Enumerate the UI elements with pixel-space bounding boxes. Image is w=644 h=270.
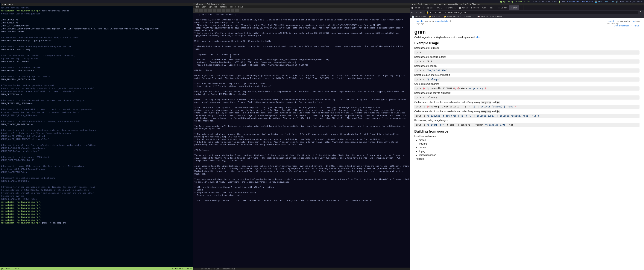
terminal-title: Alacritty [1, 3, 193, 6]
browser-tab[interactable]: Hugo [480, 6, 488, 10]
new-file-icon[interactable] [195, 9, 198, 12]
emacs-menu-item[interactable]: Buffers [220, 6, 228, 8]
emacs-menu-item[interactable]: Edit [202, 6, 206, 8]
save-icon[interactable] [213, 9, 216, 12]
example-p2: Screenshoot a specific output: [414, 56, 640, 58]
dep-item: pixman [419, 146, 640, 149]
browser-tab[interactable]: New T [488, 6, 497, 10]
emacs-buffer[interactable]: | | $3,733.71 | *<Grand Total>* | This c… [194, 13, 410, 267]
emacs-menu-item[interactable]: File [195, 6, 200, 8]
emacs-toolbar[interactable] [194, 8, 410, 13]
bookmark-item[interactable]: 📁 Home Servers [444, 16, 461, 18]
browser-tab[interactable]: ❋ grim [509, 6, 519, 10]
example-p9: Pick a color, using ImageMagick: [414, 119, 640, 122]
emacs-window[interactable]: index.md - GNU Emacs at dom FileEditOpti… [194, 3, 410, 270]
buffer-text[interactable]: | | $3,733.71 | *<Grand Total>* | This c… [194, 13, 409, 202]
cpu1: ☉ 0% [539, 1, 544, 3]
search-icon[interactable] [235, 9, 239, 12]
code-block-6[interactable]: grim - | wl-copy [414, 95, 640, 100]
install-deps-text: Install dependencies: [414, 135, 640, 138]
open-file-icon[interactable] [200, 9, 203, 12]
browser-tab[interactable]: ● Recon [469, 6, 480, 10]
emacs-modeline: -:--- index.md 34% L38 (Fundamental) [194, 267, 410, 270]
code-block-5[interactable]: grim $(xdg-user-dir PICTURES)/$(date +'%… [414, 86, 640, 91]
browser-tab[interactable]: ❋ (1) Dis [422, 6, 435, 10]
terminal-content[interactable]: options nct6683 force=1 marcusb@dom ~/co… [1, 6, 193, 224]
code-block-3[interactable]: grim -g "10,20 300x400" [414, 68, 640, 73]
activity-user-right[interactable]: ~emersion [606, 20, 616, 22]
code-block-4[interactable]: grim -g "$(slurp)" [414, 77, 640, 82]
undo-icon[interactable] [217, 9, 221, 12]
top-status-bar: ⬤ system up to date ☀ 33°C ☉ 0% ☉ 0% ☉ 0… [498, 0, 644, 3]
reload-button[interactable]: ⟳ [420, 11, 423, 14]
browser-tab[interactable]: ⬤ dm-cr [410, 6, 422, 10]
firefox-tabstrip[interactable]: ⬤ dm-cr❋ (1) DisRFC 2❋ Initial⬤ Nicke● R… [410, 6, 644, 10]
example-p3: Screenshoot a region: [414, 65, 640, 67]
dep-item: meson [419, 139, 640, 141]
code-block-1[interactable]: grim [414, 50, 640, 55]
bookmark-item[interactable]: ↗ ArchWiki [464, 16, 475, 18]
firefox-titlebar: grim: Grab images from a Wayland composi… [410, 3, 644, 6]
dep-item: libpng [419, 150, 640, 153]
paste-icon[interactable] [231, 9, 234, 12]
activity-time-right: 3 months ago [606, 22, 640, 25]
url-text[interactable]: https://sr.ht/~emersion/grim/ [430, 11, 466, 14]
code-block-9[interactable]: grim -g "$(slurp -p)" -t ppm - | convert… [414, 123, 640, 127]
network: ↕ 4960B 1688 via enp7s0 [567, 1, 593, 3]
back-button[interactable]: ← [411, 11, 414, 14]
firefox-window[interactable]: grim: Grab images from a Wayland composi… [410, 3, 644, 270]
disk: 💾 root: 05% free [595, 1, 614, 3]
activity-time-left: 7 days ago [414, 22, 451, 25]
close-icon[interactable] [208, 9, 212, 12]
activity-repo[interactable]: ~emersion/grim [434, 20, 448, 22]
copy-icon[interactable] [226, 9, 230, 12]
dep-item: libjpeg (optional) [419, 154, 640, 156]
tmux-status-bar: [0] 0:sh- 1:zsh* "L2" 09:36 07-Jan-24 [0, 267, 194, 270]
system-status: ⬤ system up to date [500, 1, 522, 3]
emacs-menu-item[interactable]: Options [209, 6, 217, 8]
folder-icon[interactable] [204, 9, 207, 12]
cpu2: ☉ 0% [546, 1, 550, 3]
code-block-8[interactable]: grim -g "$(swaymsg -t get_tree | jq -j '… [414, 114, 640, 118]
bookmark-item[interactable]: 📖 Kindle Cloud Reader [478, 16, 502, 18]
page-title: grim [414, 29, 640, 35]
bookmark-item[interactable]: 📄 Tech Notes [412, 16, 426, 18]
menu-button[interactable]: ☰ [640, 11, 642, 14]
example-p6: Screenshoot and copy to clipboard: [414, 92, 640, 94]
emacs-menu-item[interactable]: Help [238, 6, 243, 8]
bookmarks-bar[interactable]: 📄 Tech Notes📁 Personal📁 Home Servers↗ Ar… [410, 15, 644, 18]
cut-icon[interactable] [222, 9, 225, 12]
browser-tab[interactable]: ⬤ Nicke [457, 6, 469, 10]
url-bar[interactable]: 🔒 https://sr.ht/~emersion/grim/ [425, 11, 638, 14]
feed-links: View project feed → RSS ▸ [414, 25, 640, 27]
code-block-7[interactable]: grim -o $(swaymsg -t get_outputs | jq -r… [414, 105, 640, 109]
forward-button[interactable]: → [416, 11, 419, 14]
activity-row: ~emersion pushed to ~emersion/grim git 7… [414, 20, 640, 25]
page-content[interactable]: ~emersion pushed to ~emersion/grim git 7… [410, 18, 644, 270]
activity-link-right[interactable]: grim [631, 20, 635, 22]
slurp-link[interactable]: slurp [476, 36, 481, 39]
emacs-menu-item[interactable]: Tools [230, 6, 236, 8]
volume: 🔊 100% [616, 1, 624, 3]
view-feed-link[interactable]: View project feed → [614, 25, 632, 27]
battery: 🔋 31% [558, 1, 565, 3]
tmux-status-left: [0] 0:sh- 1:zsh* [1, 267, 19, 270]
cpu0: ☉ 0% [533, 1, 537, 3]
rss-link[interactable]: RSS ▸ [634, 25, 640, 27]
example-p7: Grab a screenshot from the focused monit… [414, 101, 640, 103]
bookmark-item[interactable]: 📁 Personal [429, 16, 442, 18]
activity-user[interactable]: ~emersion [414, 20, 424, 22]
browser-tab[interactable]: RFC 2 [435, 6, 444, 10]
cpu3: ☉ 0% [552, 1, 556, 3]
deps-list: mesonwaylandpixmanlibpnglibjpeg (optiona… [414, 139, 640, 156]
code-block-2[interactable]: grim -o DP-1 [414, 59, 640, 64]
emacs-menubar[interactable]: FileEditOptionsBuffersToolsHelp [194, 6, 410, 8]
example-p1: Screenshoot all outputs: [414, 47, 640, 49]
new-tab-button[interactable]: + [519, 6, 524, 10]
browser-tab[interactable]: ❋ Is the [497, 6, 509, 10]
emacs-titlebar: index.md - GNU Emacs at dom [194, 3, 410, 6]
building-heading: Building from source [414, 129, 640, 133]
browser-tab[interactable]: ❋ Initial [444, 6, 457, 10]
terminal-window[interactable]: Alacritty options nct6683 force=1 marcus… [0, 3, 194, 270]
firefox-navbar[interactable]: ← → ⟳ 🔒 https://sr.ht/~emersion/grim/ ☰ [410, 10, 644, 15]
